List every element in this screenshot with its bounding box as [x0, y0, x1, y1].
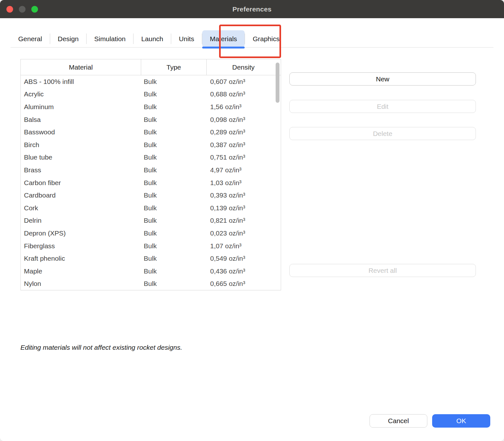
tab-units[interactable]: Units [171, 30, 202, 47]
cell-density: 0,098 oz/in³ [206, 116, 280, 123]
cell-type: Bulk [141, 179, 206, 187]
cell-material: Acrylic [21, 90, 141, 98]
cell-density: 0,289 oz/in³ [206, 128, 280, 136]
cell-type: Bulk [141, 204, 206, 212]
cell-material: Basswood [21, 128, 141, 136]
tab-launch[interactable]: Launch [134, 30, 171, 47]
cell-material: Cork [21, 204, 141, 212]
tab-bar: GeneralDesignSimulationLaunchUnitsMateri… [11, 30, 493, 48]
materials-table: Material Type Density ABS - 100% infillB… [20, 59, 281, 290]
table-row[interactable]: Blue tubeBulk0,751 oz/in³ [21, 151, 281, 164]
table-row[interactable]: Kraft phenolicBulk0,549 oz/in³ [21, 252, 281, 265]
table-row[interactable]: AluminumBulk1,56 oz/in³ [21, 101, 281, 113]
cell-density: 1,07 oz/in³ [206, 242, 280, 250]
cell-density: 1,56 oz/in³ [206, 103, 280, 111]
cell-type: Bulk [141, 90, 206, 98]
cell-density: 1,03 oz/in³ [206, 179, 280, 187]
cell-density: 0,549 oz/in³ [206, 255, 280, 262]
cell-material: Delrin [21, 217, 141, 224]
cell-type: Bulk [141, 280, 206, 288]
materials-note: Editing materials will not affect existi… [20, 344, 182, 351]
table-header: Material Type Density [21, 59, 281, 75]
table-row[interactable]: BirchBulk0,387 oz/in³ [21, 138, 281, 151]
cell-material: Fiberglass [21, 242, 141, 250]
cell-type: Bulk [141, 128, 206, 136]
table-row[interactable]: BasswoodBulk0,289 oz/in³ [21, 126, 281, 138]
cancel-button[interactable]: Cancel [370, 414, 427, 428]
cell-material: Maple [21, 267, 141, 275]
cell-type: Bulk [141, 153, 206, 161]
zoom-icon[interactable] [31, 6, 38, 12]
table-row[interactable]: NylonBulk0,665 oz/in³ [21, 278, 281, 290]
delete-button: Delete [289, 127, 476, 140]
cell-density: 0,821 oz/in³ [206, 217, 280, 224]
tab-general[interactable]: General [11, 30, 50, 47]
ok-button[interactable]: OK [432, 414, 490, 428]
cell-type: Bulk [141, 116, 206, 123]
column-header-material[interactable]: Material [21, 59, 141, 75]
cell-density: 0,751 oz/in³ [206, 153, 280, 161]
cell-type: Bulk [141, 103, 206, 111]
revert-all-button: Revert all [289, 264, 476, 277]
cell-material: Depron (XPS) [21, 229, 141, 237]
cell-material: Birch [21, 141, 141, 149]
scrollbar-thumb[interactable] [276, 63, 279, 103]
preferences-window: Preferences GeneralDesignSimulationLaunc… [0, 0, 504, 441]
table-body: ABS - 100% infillBulk0,607 oz/in³Acrylic… [21, 75, 281, 290]
cell-type: Bulk [141, 217, 206, 224]
table-row[interactable]: BrassBulk4,97 oz/in³ [21, 164, 281, 176]
cell-material: Aluminum [21, 103, 141, 111]
cell-type: Bulk [141, 242, 206, 250]
cell-type: Bulk [141, 166, 206, 174]
title-bar: Preferences [0, 0, 504, 18]
cell-density: 0,387 oz/in³ [206, 141, 280, 149]
close-icon[interactable] [6, 6, 13, 12]
cell-material: Balsa [21, 116, 141, 123]
cell-material: Blue tube [21, 153, 141, 161]
cell-density: 0,436 oz/in³ [206, 267, 280, 275]
cell-material: Brass [21, 166, 141, 174]
table-row[interactable]: AcrylicBulk0,688 oz/in³ [21, 88, 281, 101]
cell-density: 0,607 oz/in³ [206, 78, 280, 86]
tab-materials[interactable]: Materials [202, 30, 245, 47]
new-button[interactable]: New [289, 72, 476, 86]
cell-type: Bulk [141, 229, 206, 237]
minimize-icon[interactable] [19, 6, 26, 12]
cell-type: Bulk [141, 267, 206, 275]
table-row[interactable]: Depron (XPS)Bulk0,023 oz/in³ [21, 227, 281, 240]
tab-graphics[interactable]: Graphics [245, 30, 287, 47]
cell-material: Kraft phenolic [21, 255, 141, 262]
table-row[interactable]: CardboardBulk0,393 oz/in³ [21, 189, 281, 202]
edit-button: Edit [289, 100, 476, 113]
traffic-lights [6, 6, 38, 12]
cell-material: Cardboard [21, 191, 141, 199]
cell-type: Bulk [141, 255, 206, 262]
table-row[interactable]: ABS - 100% infillBulk0,607 oz/in³ [21, 75, 281, 88]
column-header-type[interactable]: Type [141, 59, 206, 75]
cell-material: Nylon [21, 280, 141, 288]
cell-density: 4,97 oz/in³ [206, 166, 280, 174]
cell-density: 0,393 oz/in³ [206, 191, 280, 199]
cell-density: 0,023 oz/in³ [206, 229, 280, 237]
tab-simulation[interactable]: Simulation [87, 30, 133, 47]
table-row[interactable]: Carbon fiberBulk1,03 oz/in³ [21, 176, 281, 189]
cell-density: 0,665 oz/in³ [206, 280, 280, 288]
table-row[interactable]: DelrinBulk0,821 oz/in³ [21, 214, 281, 227]
cell-density: 0,688 oz/in³ [206, 90, 280, 98]
cell-material: ABS - 100% infill [21, 78, 141, 86]
table-row[interactable]: BalsaBulk0,098 oz/in³ [21, 113, 281, 126]
table-row[interactable]: MapleBulk0,436 oz/in³ [21, 265, 281, 278]
cell-type: Bulk [141, 78, 206, 86]
table-row[interactable]: FiberglassBulk1,07 oz/in³ [21, 240, 281, 252]
cell-density: 0,139 oz/in³ [206, 204, 280, 212]
tab-design[interactable]: Design [50, 30, 86, 47]
column-header-density[interactable]: Density [206, 59, 280, 75]
cell-type: Bulk [141, 191, 206, 199]
table-row[interactable]: CorkBulk0,139 oz/in³ [21, 202, 281, 214]
cell-material: Carbon fiber [21, 179, 141, 187]
cell-type: Bulk [141, 141, 206, 149]
window-title: Preferences [233, 5, 271, 13]
